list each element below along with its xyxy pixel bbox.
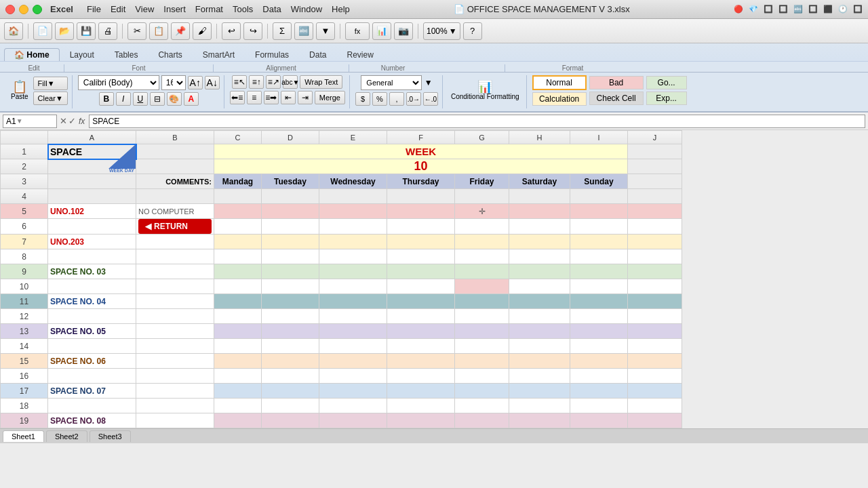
cell-h14[interactable] (509, 339, 570, 354)
toolbar-undo-btn[interactable]: ↩ (222, 22, 241, 40)
cell-h4[interactable] (509, 189, 570, 204)
col-header-b[interactable]: B (136, 131, 214, 144)
cell-h6[interactable] (509, 219, 570, 235)
cell-c8[interactable] (214, 249, 262, 264)
align-top-right-btn[interactable]: ≡↗ (266, 75, 281, 89)
maximize-button[interactable] (33, 5, 42, 14)
cell-e7[interactable] (319, 235, 387, 249)
align-right-btn[interactable]: ≡➡ (264, 91, 279, 104)
cell-d13[interactable] (262, 324, 319, 339)
cell-a2[interactable]: WEEK DAY (48, 159, 136, 174)
cell-g16[interactable] (455, 369, 509, 384)
cell-c15[interactable] (214, 354, 262, 369)
menu-file[interactable]: File (87, 4, 101, 14)
cell-b3-comments[interactable]: COMMENTS: (136, 174, 214, 189)
cell-j14[interactable] (628, 339, 682, 354)
sheet-tab-2[interactable]: Sheet2 (46, 430, 87, 442)
clear-btn[interactable]: Clear ▼ (33, 92, 68, 105)
toolbar-camera-btn[interactable]: 📷 (394, 22, 413, 40)
cell-g10[interactable] (455, 279, 509, 294)
cell-h19[interactable] (509, 413, 570, 428)
cell-a7[interactable]: UNO.203 (48, 235, 136, 249)
sheet-tab-active[interactable]: Sheet1 (3, 430, 44, 442)
cell-d17[interactable] (262, 384, 319, 399)
cell-i4[interactable] (570, 189, 628, 204)
cell-a8[interactable] (48, 249, 136, 264)
comma-btn[interactable]: , (389, 92, 404, 106)
tab-tables[interactable]: Tables (104, 48, 149, 61)
cell-a19[interactable]: SPACE NO. 08 (48, 413, 136, 428)
cell-c11[interactable] (214, 294, 262, 309)
fill-color-btn[interactable]: 🎨 (167, 92, 182, 106)
cell-i11[interactable] (570, 294, 628, 309)
cell-e12[interactable] (319, 309, 387, 324)
align-left-btn[interactable]: ⬅≡ (230, 91, 245, 104)
cell-g5-crosshair[interactable]: ✛ (455, 204, 509, 219)
toolbar-format-btn[interactable]: 🖌 (193, 22, 212, 40)
cell-g3-friday[interactable]: Friday (455, 174, 509, 189)
toolbar-save-btn[interactable]: 💾 (77, 22, 96, 40)
cell-c3-mandag[interactable]: Mandag (214, 174, 262, 189)
cell-d18[interactable] (262, 399, 319, 413)
cell-i5[interactable] (570, 204, 628, 219)
window-controls[interactable] (5, 5, 42, 14)
cell-b10[interactable] (136, 279, 214, 294)
zoom-dropdown-icon[interactable]: ▼ (449, 26, 457, 36)
cell-h9[interactable] (509, 264, 570, 279)
toolbar-sort-btn[interactable]: 🔤 (294, 22, 313, 40)
cell-c10[interactable] (214, 279, 262, 294)
cell-i3-sunday[interactable]: Sunday (570, 174, 628, 189)
tab-layout[interactable]: Layout (60, 48, 104, 61)
cell-d9[interactable] (262, 264, 319, 279)
currency-btn[interactable]: $ (355, 92, 370, 106)
cell-f3-thursday[interactable]: Thursday (387, 174, 455, 189)
cell-c17[interactable] (214, 384, 262, 399)
cell-b1[interactable] (136, 144, 214, 159)
col-header-h[interactable]: H (509, 131, 570, 144)
col-header-f[interactable]: F (387, 131, 455, 144)
cell-i9[interactable] (570, 264, 628, 279)
toolbar-filter-btn[interactable]: ▼ (316, 22, 335, 40)
cell-a14[interactable] (48, 339, 136, 354)
cell-h11[interactable] (509, 294, 570, 309)
cell-a17[interactable]: SPACE NO. 07 (48, 384, 136, 399)
cell-b17[interactable] (136, 384, 214, 399)
cell-e16[interactable] (319, 369, 387, 384)
abc-btn[interactable]: abc▼ (283, 75, 298, 89)
cell-f10[interactable] (387, 279, 455, 294)
cell-g15[interactable] (455, 354, 509, 369)
cell-j3[interactable] (628, 174, 682, 189)
col-header-g[interactable]: G (455, 131, 509, 144)
menu-data[interactable]: Data (262, 4, 281, 14)
cell-b4[interactable] (136, 189, 214, 204)
fill-btn[interactable]: Fill ▼ (33, 77, 68, 90)
cell-a15[interactable]: SPACE NO. 06 (48, 354, 136, 369)
cell-b5[interactable]: NO COMPUTER (136, 204, 214, 219)
toolbar-chart-btn[interactable]: 📊 (372, 22, 391, 40)
cell-j13[interactable] (628, 324, 682, 339)
cell-e15[interactable] (319, 354, 387, 369)
confirm-icon[interactable]: ✓ (68, 116, 76, 126)
cell-d14[interactable] (262, 339, 319, 354)
cell-a5[interactable]: UNO.102 (48, 204, 136, 219)
menu-window[interactable]: Window (291, 4, 322, 14)
toolbar-redo-btn[interactable]: ↪ (243, 22, 262, 40)
cell-g18[interactable] (455, 399, 509, 413)
col-header-e[interactable]: E (319, 131, 387, 144)
cell-d5[interactable] (262, 204, 319, 219)
paste-btn[interactable]: 📋 Paste (8, 79, 31, 102)
menu-tools[interactable]: Tools (233, 4, 253, 14)
cell-a11[interactable]: SPACE NO. 04 (48, 294, 136, 309)
cell-j9[interactable] (628, 264, 682, 279)
cell-h10[interactable] (509, 279, 570, 294)
cell-e5[interactable] (319, 204, 387, 219)
cell-j2[interactable] (628, 159, 682, 174)
style-bad[interactable]: Bad (589, 76, 644, 89)
cell-c9[interactable] (214, 264, 262, 279)
cell-j10[interactable] (628, 279, 682, 294)
toolbar-formula-btn[interactable]: fx (345, 22, 370, 40)
style-good[interactable]: Go... (646, 76, 687, 89)
toolbar-help-btn[interactable]: ? (463, 22, 482, 40)
menu-edit[interactable]: Edit (111, 4, 125, 14)
cell-i19[interactable] (570, 413, 628, 428)
